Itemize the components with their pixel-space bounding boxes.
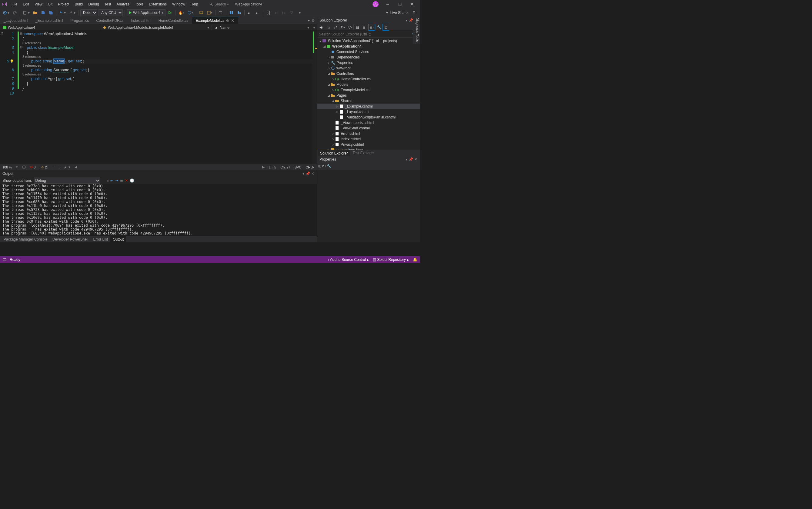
tab-examplemodel[interactable]: ExampleModel.cs ⊕ ✕	[192, 17, 238, 24]
output-close-icon[interactable]: ✕	[311, 171, 314, 176]
tree-models[interactable]: ◢Models	[317, 82, 420, 87]
tree-viewstart[interactable]: _ViewStart.cshtml	[317, 126, 420, 131]
tree-shared[interactable]: ◢Shared	[317, 98, 420, 104]
tree-example-cshtml[interactable]: ▷_Example.cshtml	[317, 104, 420, 109]
tree-appsettings[interactable]: ▷appsettings.json	[317, 147, 420, 150]
nav-project[interactable]: WebApplication4	[0, 25, 100, 30]
output-clear2-icon[interactable]: ✕	[125, 178, 128, 183]
tree-viewimports[interactable]: _ViewImports.cshtml	[317, 120, 420, 126]
menu-debug[interactable]: Debug	[86, 1, 101, 7]
ptab-solution[interactable]: Solution Explorer	[318, 150, 350, 156]
tree-validation[interactable]: _ValidationScriptsPartial.cshtml	[317, 114, 420, 120]
prop-close-icon[interactable]: ✕	[414, 157, 417, 162]
output-clear-icon[interactable]: ≡	[106, 178, 108, 183]
fold-icon[interactable]: ⊟	[20, 32, 23, 35]
output-clock-icon[interactable]: 🕐	[130, 178, 134, 183]
warning-count[interactable]: ⚠2	[40, 165, 48, 169]
redo-button[interactable]: ▾	[68, 9, 76, 16]
se-prop-icon[interactable]: ⊡	[383, 24, 389, 30]
tree-index[interactable]: ▷Index.cshtml	[317, 136, 420, 142]
ptab-test[interactable]: Test Explorer	[350, 150, 376, 156]
prop-az-icon[interactable]: A↓	[322, 164, 326, 168]
output-indent-icon[interactable]: ⇤	[110, 178, 113, 183]
diagnostic-tools-tab[interactable]: Diagnostic Tools	[413, 16, 420, 44]
tab-layout[interactable]: _Layout.cshtml	[0, 17, 32, 24]
tree-connected[interactable]: Connected Services	[317, 49, 420, 55]
indent-mode[interactable]: SPC	[295, 165, 301, 169]
tree-controllers[interactable]: ◢Controllers	[317, 71, 420, 76]
save-all-button[interactable]	[47, 9, 54, 16]
line-ending[interactable]: CRLF	[305, 165, 314, 169]
undo-button[interactable]: ▾	[58, 9, 67, 16]
menu-extensions[interactable]: Extensions	[147, 1, 169, 7]
add-source-control[interactable]: ↑ Add to Source Control ▴	[327, 258, 368, 262]
zoom-level[interactable]: 108 %	[2, 165, 12, 169]
nav-member[interactable]: Name ▾	[212, 25, 312, 30]
fold-icon[interactable]: ⊟	[20, 45, 23, 49]
se-collapse-icon[interactable]: ⊟	[361, 24, 367, 30]
overflow-button[interactable]: ▾	[296, 9, 303, 16]
btab-pmc[interactable]: Package Manager Console	[1, 236, 50, 242]
se-view-icon[interactable]: ⊞▾	[368, 24, 375, 30]
method-nav-gutter[interactable]: ⇵	[0, 31, 4, 164]
select-repository[interactable]: ▤ Select Repository ▴	[373, 258, 409, 262]
btab-output[interactable]: Output	[110, 236, 126, 242]
solution-search[interactable]: 🔍▾	[317, 31, 420, 38]
tree-homecontroller[interactable]: ▷C#HomeController.cs	[317, 76, 420, 82]
se-showall-icon[interactable]: ▦	[354, 24, 360, 30]
menu-git[interactable]: Git	[45, 1, 55, 7]
tree-error[interactable]: ▷Error.cshtml	[317, 131, 420, 136]
uncomment-button[interactable]: ≡	[254, 9, 261, 16]
tree-privacy[interactable]: ▷Privacy.cshtml	[317, 142, 420, 147]
h-scroll-left-icon[interactable]: ◀	[74, 165, 77, 169]
h-scroll-right-icon[interactable]: ▶	[262, 165, 265, 169]
tab-index[interactable]: Index.cshtml	[127, 17, 155, 24]
menu-tools[interactable]: Tools	[132, 1, 146, 7]
se-wrench-icon[interactable]: 🔧	[376, 24, 382, 30]
tree-deps[interactable]: ▷Dependencies	[317, 55, 420, 60]
output-dropdown-icon[interactable]: ▾	[302, 171, 304, 176]
start-no-debug-button[interactable]	[167, 9, 173, 16]
close-tab-icon[interactable]: ✕	[231, 18, 235, 23]
tab-controllerpdf[interactable]: ControllerPDF.cs	[92, 17, 127, 24]
menu-analyze[interactable]: Analyze	[114, 1, 132, 7]
tool-btn-1[interactable]	[228, 9, 235, 16]
tree-solution[interactable]: ◢Solution 'WebApplication4' (1 of 1 proj…	[317, 38, 420, 44]
code-editor[interactable]: ⇵ 1 2 3 4 5💡 6 7 8	[0, 31, 317, 242]
menu-window[interactable]: Window	[170, 1, 188, 7]
split-editor-icon[interactable]: +	[312, 26, 317, 30]
se-switch-icon[interactable]: ⇄	[332, 24, 338, 30]
start-debug-button[interactable]: WebApplication4 ▾	[127, 9, 165, 16]
nav-class[interactable]: WebApplication4.Models.ExampleModel ▾	[100, 25, 212, 30]
tab-homecontroller[interactable]: HomeController.cs	[155, 17, 192, 24]
output-pin-icon[interactable]: 📌	[305, 171, 310, 176]
comment-button[interactable]: ≡	[247, 9, 253, 16]
search-box[interactable]: Search ▾	[209, 2, 229, 6]
clear-bookmarks-button[interactable]: ▽	[289, 9, 295, 16]
menu-edit[interactable]: Edit	[20, 1, 32, 7]
brush-icon[interactable]: 🖌 ▾	[64, 165, 70, 169]
new-item-button[interactable]: ▾	[22, 9, 31, 16]
tool-btn-2[interactable]	[236, 9, 242, 16]
menu-test[interactable]: Test	[102, 1, 113, 7]
tree-project[interactable]: ◢WebApplication4	[317, 44, 420, 49]
se-home-icon[interactable]: ⌂	[326, 24, 332, 30]
next-bookmark-button[interactable]: ▷	[281, 9, 287, 16]
platform-dropdown[interactable]: Any CPU	[98, 9, 123, 16]
error-count[interactable]: ⊘0	[30, 165, 35, 169]
panel-dropdown-icon[interactable]: ▾	[405, 18, 408, 23]
live-share-button[interactable]: Live Share	[385, 11, 408, 15]
output-text[interactable]: The thread 0x77a8 has exited with code 0…	[0, 184, 317, 236]
maximize-button[interactable]: ▢	[394, 0, 406, 8]
solution-tree[interactable]: ◢Solution 'WebApplication4' (1 of 1 proj…	[317, 38, 420, 150]
pin-icon[interactable]: ⊕	[226, 19, 229, 23]
prop-cat-icon[interactable]: ⊞	[318, 164, 321, 168]
code-cleanup-button[interactable]	[217, 9, 224, 16]
scroll-map[interactable]	[313, 31, 317, 164]
se-sync-icon[interactable]: ⟳▾	[340, 24, 346, 30]
tree-pages[interactable]: ◢Pages	[317, 93, 420, 98]
se-back-icon[interactable]: ◀▾	[318, 24, 324, 30]
btab-errorlist[interactable]: Error List	[91, 236, 110, 242]
tab-chevron-icon[interactable]: ▾	[308, 19, 310, 23]
lightbulb-icon[interactable]: 💡	[10, 59, 14, 64]
